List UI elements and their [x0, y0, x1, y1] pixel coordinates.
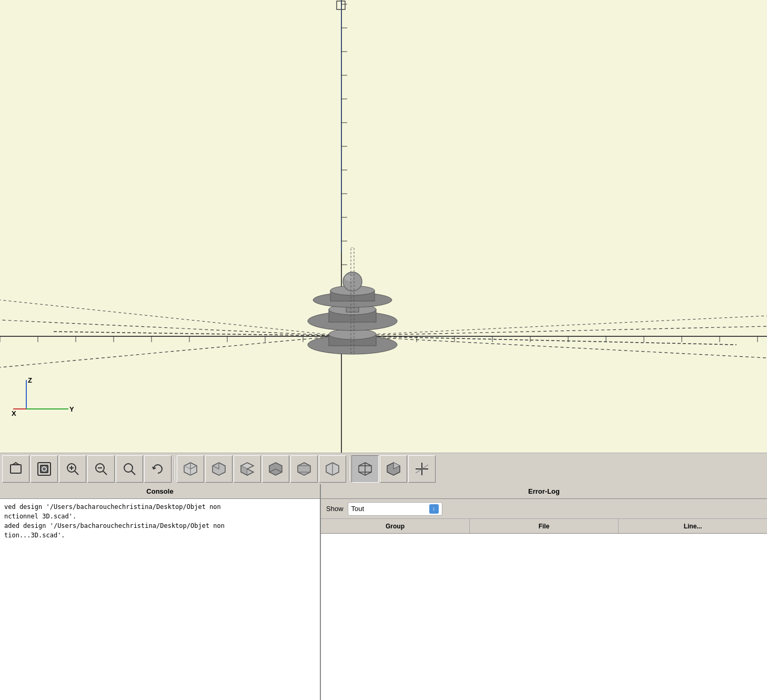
btn-view-bottom[interactable]	[262, 455, 289, 483]
console-panel: Console ved design '/Users/bacharouchech…	[0, 484, 321, 700]
svg-rect-66	[41, 465, 48, 473]
errorlog-content[interactable]	[321, 534, 767, 700]
btn-zoom-in[interactable]	[87, 455, 115, 483]
vertical-ruler-ticks	[325, 0, 357, 453]
btn-fit-all[interactable]	[31, 455, 58, 483]
coordinate-axes: Z X Y	[11, 377, 79, 417]
3d-object	[295, 247, 410, 363]
col-file: File	[470, 519, 619, 533]
show-filter-select[interactable]: Tout ↕	[348, 502, 442, 516]
errorlog-panel: Error-Log Show Tout ↕ Group File Line...	[321, 484, 767, 700]
svg-point-56	[345, 275, 353, 281]
btn-undo-rotate[interactable]	[144, 455, 171, 483]
console-line-4: tion...3D.scad'.	[4, 531, 316, 540]
show-filter-value: Tout	[351, 505, 426, 513]
btn-axis-indicator[interactable]	[408, 455, 436, 483]
svg-line-76	[132, 471, 135, 475]
btn-zoom-out[interactable]	[116, 455, 143, 483]
btn-reset-view[interactable]	[2, 455, 29, 483]
btn-wireframe[interactable]	[351, 455, 379, 483]
btn-zoom-window[interactable]	[59, 455, 86, 483]
btn-shaded[interactable]	[380, 455, 407, 483]
errorlog-header: Error-Log	[321, 484, 767, 499]
btn-view-left[interactable]	[290, 455, 318, 483]
bottom-panels: Console ved design '/Users/bacharouchech…	[0, 484, 767, 700]
show-label: Show	[326, 505, 344, 513]
svg-point-55	[343, 272, 362, 291]
separator-1	[174, 457, 175, 481]
console-line-2: nctionnel 3D.scad'.	[4, 512, 316, 521]
console-line-1: ved design '/Users/bacharouchechristina/…	[4, 502, 316, 512]
console-content[interactable]: ved design '/Users/bacharouchechristina/…	[0, 499, 320, 700]
console-header: Console	[0, 484, 320, 499]
svg-line-69	[75, 471, 78, 475]
svg-rect-15	[337, 1, 345, 9]
btn-view-back[interactable]	[205, 455, 233, 483]
btn-view-top[interactable]	[234, 455, 261, 483]
errorlog-filter-bar: Show Tout ↕	[321, 499, 767, 519]
separator-2	[348, 457, 349, 481]
svg-point-75	[124, 464, 133, 472]
3d-viewport[interactable]: Z X Y	[0, 0, 767, 453]
svg-text:Z: Z	[28, 377, 32, 384]
btn-view-front[interactable]	[177, 455, 204, 483]
btn-view-right[interactable]	[319, 455, 346, 483]
perspective-lines	[0, 0, 767, 453]
console-line-3: aded design '/Users/bacharouchechristina…	[4, 521, 316, 531]
col-line: Line...	[619, 519, 767, 533]
svg-text:X: X	[12, 409, 16, 417]
svg-text:Y: Y	[69, 405, 74, 413]
col-group: Group	[321, 519, 470, 533]
svg-line-73	[103, 471, 107, 475]
errorlog-table-header: Group File Line...	[321, 519, 767, 534]
select-arrow-icon: ↕	[429, 504, 439, 514]
toolbar	[0, 453, 767, 484]
svg-rect-64	[11, 465, 21, 473]
